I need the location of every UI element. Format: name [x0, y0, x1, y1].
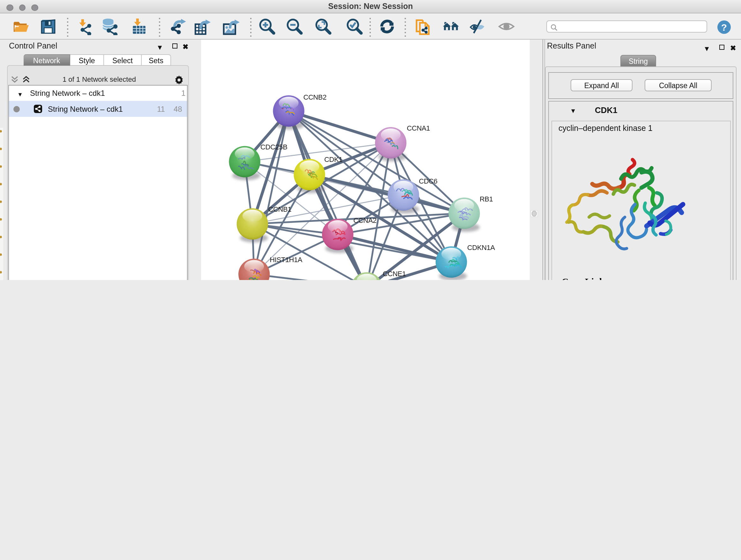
svg-text:CCNA1: CCNA1 [407, 124, 430, 132]
svg-text:CDK1: CDK1 [324, 155, 342, 164]
svg-text:RB1: RB1 [480, 195, 493, 203]
svg-text:CCNE1: CCNE1 [383, 270, 406, 278]
svg-text:HIST1H1A: HIST1H1A [270, 256, 302, 264]
svg-text:CCNB2: CCNB2 [303, 93, 327, 101]
svg-text:CDKN1A: CDKN1A [467, 244, 495, 252]
svg-text:CCNB1: CCNB1 [268, 205, 292, 213]
svg-text:CDC6: CDC6 [419, 177, 437, 185]
svg-text:CDC25B: CDC25B [260, 143, 287, 151]
svg-text:CCNA2: CCNA2 [353, 216, 377, 225]
